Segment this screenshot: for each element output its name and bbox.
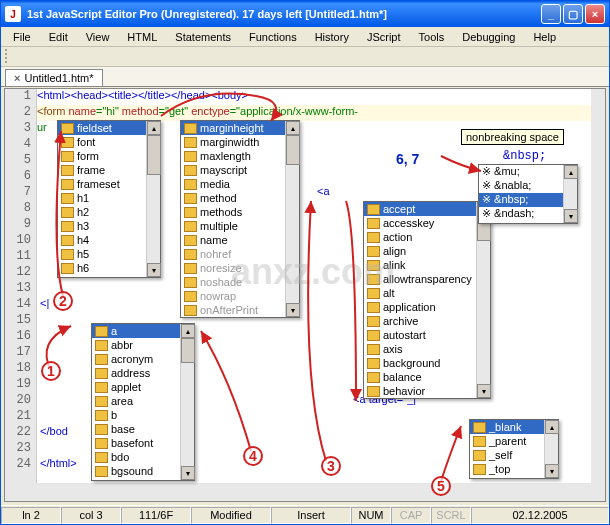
horizontal-scrollbar[interactable] xyxy=(5,483,605,501)
tag-icon xyxy=(367,386,380,397)
close-button[interactable]: × xyxy=(585,4,605,24)
popup-item[interactable]: background xyxy=(364,356,490,370)
popup-item[interactable]: maxlength xyxy=(181,149,299,163)
popup-item[interactable]: applet xyxy=(92,380,194,394)
vertical-scrollbar[interactable] xyxy=(591,89,605,483)
menu-debugging[interactable]: Debugging xyxy=(454,29,523,45)
popup-item[interactable]: font xyxy=(58,135,160,149)
autocomplete-popup-target[interactable]: _blank_parent_self_top ▴▾ xyxy=(469,419,559,479)
popup-item[interactable]: bdo xyxy=(92,450,194,464)
tag-icon xyxy=(95,438,108,449)
tag-icon xyxy=(184,263,197,274)
popup-item[interactable]: marginwidth xyxy=(181,135,299,149)
status-scrl: SCRL xyxy=(431,507,471,524)
annotation-2: 2 xyxy=(53,291,73,311)
autocomplete-popup-attrs-2[interactable]: acceptaccesskeyactionalignalinkallowtran… xyxy=(363,201,491,399)
popup-item[interactable]: base xyxy=(92,422,194,436)
popup-item[interactable]: methods xyxy=(181,205,299,219)
popup-scrollbar[interactable]: ▴▾ xyxy=(544,420,558,478)
popup-item[interactable]: a xyxy=(92,324,194,338)
popup-item[interactable]: area xyxy=(92,394,194,408)
tag-icon xyxy=(367,204,380,215)
popup-item[interactable]: h5 xyxy=(58,247,160,261)
minimize-button[interactable]: _ xyxy=(541,4,561,24)
popup-item[interactable]: behavior xyxy=(364,384,490,398)
status-cap: CAP xyxy=(391,507,431,524)
tag-icon xyxy=(473,464,486,475)
tag-icon xyxy=(95,424,108,435)
autocomplete-popup-tags-2[interactable]: aabbracronymaddressappletareabbasebasefo… xyxy=(91,323,195,481)
popup-item[interactable]: autostart xyxy=(364,328,490,342)
popup-item[interactable]: archive xyxy=(364,314,490,328)
annotation-67: 6, 7 xyxy=(396,151,419,167)
tag-icon xyxy=(184,235,197,246)
popup-item[interactable]: abbr xyxy=(92,338,194,352)
status-date: 02.12.2005 xyxy=(471,507,609,524)
popup-item[interactable]: basefont xyxy=(92,436,194,450)
popup-item[interactable]: h1 xyxy=(58,191,160,205)
popup-item[interactable]: method xyxy=(181,191,299,205)
menu-statements[interactable]: Statements xyxy=(167,29,239,45)
menu-edit[interactable]: Edit xyxy=(41,29,76,45)
menu-tools[interactable]: Tools xyxy=(411,29,453,45)
popup-item[interactable]: h4 xyxy=(58,233,160,247)
popup-item[interactable]: h6 xyxy=(58,261,160,275)
tag-icon xyxy=(367,316,380,327)
popup-scrollbar[interactable]: ▴▾ xyxy=(180,324,194,480)
popup-scrollbar[interactable]: ▴▾ xyxy=(146,121,160,277)
menu-html[interactable]: HTML xyxy=(119,29,165,45)
tag-icon xyxy=(367,372,380,383)
popup-scrollbar[interactable]: ▴▾ xyxy=(563,165,577,223)
popup-item[interactable]: marginheight xyxy=(181,121,299,135)
menu-help[interactable]: Help xyxy=(525,29,564,45)
menu-history[interactable]: History xyxy=(307,29,357,45)
menu-file[interactable]: File xyxy=(5,29,39,45)
annotation-5: 5 xyxy=(431,476,451,496)
popup-item[interactable]: form xyxy=(58,149,160,163)
tag-icon xyxy=(184,193,197,204)
popup-item[interactable]: axis xyxy=(364,342,490,356)
popup-item[interactable]: application xyxy=(364,300,490,314)
popup-scrollbar[interactable]: ▴▾ xyxy=(476,202,490,398)
tag-icon xyxy=(367,218,380,229)
tag-icon xyxy=(95,410,108,421)
popup-item[interactable]: h3 xyxy=(58,219,160,233)
titlebar[interactable]: J 1st JavaScript Editor Pro (Unregistere… xyxy=(1,1,609,27)
popup-item[interactable]: accept xyxy=(364,202,490,216)
menu-jscript[interactable]: JScript xyxy=(359,29,409,45)
tag-icon xyxy=(367,330,380,341)
menu-functions[interactable]: Functions xyxy=(241,29,305,45)
popup-item[interactable]: balance xyxy=(364,370,490,384)
popup-item[interactable]: fieldset xyxy=(58,121,160,135)
tag-icon xyxy=(473,436,486,447)
menu-view[interactable]: View xyxy=(78,29,118,45)
popup-item[interactable]: h2 xyxy=(58,205,160,219)
popup-item[interactable]: frameset xyxy=(58,177,160,191)
tag-icon xyxy=(61,151,74,162)
tag-icon xyxy=(95,368,108,379)
popup-item[interactable]: action xyxy=(364,230,490,244)
tag-icon xyxy=(95,382,108,393)
popup-item[interactable]: onAfterPrint xyxy=(181,303,299,317)
popup-item[interactable]: address xyxy=(92,366,194,380)
entity-highlight: &nbsp; xyxy=(503,149,546,163)
popup-item[interactable]: frame xyxy=(58,163,160,177)
popup-item[interactable]: accesskey xyxy=(364,216,490,230)
tab-bar: × Untitled1.htm* xyxy=(1,67,609,87)
tag-icon xyxy=(184,137,197,148)
popup-item[interactable]: media xyxy=(181,177,299,191)
tab-close-icon[interactable]: × xyxy=(14,72,20,84)
autocomplete-popup-tags-1[interactable]: fieldsetfontformframeframeseth1h2h3h4h5h… xyxy=(57,120,161,278)
maximize-button[interactable]: ▢ xyxy=(563,4,583,24)
document-tab[interactable]: × Untitled1.htm* xyxy=(5,69,103,86)
entity-list-popup[interactable]: ※ &mu;※ &nabla;※ &nbsp;※ &ndash; ▴▾ xyxy=(478,164,578,224)
popup-item[interactable]: acronym xyxy=(92,352,194,366)
app-window: J 1st JavaScript Editor Pro (Unregistere… xyxy=(0,0,610,525)
tag-icon xyxy=(61,207,74,218)
popup-item[interactable]: b xyxy=(92,408,194,422)
popup-item[interactable]: name xyxy=(181,233,299,247)
popup-item[interactable]: mayscript xyxy=(181,163,299,177)
popup-item[interactable]: multiple xyxy=(181,219,299,233)
popup-item[interactable]: bgsound xyxy=(92,464,194,478)
tag-icon xyxy=(184,165,197,176)
